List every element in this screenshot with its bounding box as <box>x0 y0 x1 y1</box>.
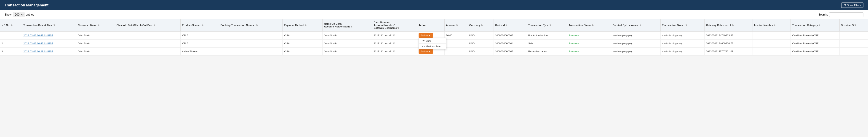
cell-product_service: VELA <box>181 31 219 39</box>
col-currency[interactable]: Currency <box>468 19 494 31</box>
cell-created_by: madmin.plugnpay <box>611 39 660 48</box>
cell-booking_number <box>219 48 283 56</box>
cell-created_by: madmin.plugnpay <box>611 48 660 56</box>
dropdown-item-mark-as-sale[interactable]: 🏷Mark as Sale <box>419 44 446 49</box>
caret-icon: ▼ <box>429 34 431 36</box>
cell-transaction_type: Re-Authorization <box>527 48 567 56</box>
caret-icon: ▼ <box>429 50 431 53</box>
col-payment-method[interactable]: Payment Method <box>283 19 322 31</box>
cell-transaction_date_time[interactable]: 2023-03-03 10:47 AM EST <box>22 31 76 39</box>
cell-transaction_status: Success <box>567 48 611 56</box>
col-order-id[interactable]: Order Id <box>494 19 527 31</box>
action-label: Action <box>421 50 428 53</box>
cell-gateway_ref: 20230303145707471 01 <box>705 48 753 56</box>
table-row: 12023-03-03 10:47 AM ESTJohn SmithVELAVI… <box>0 31 868 39</box>
cell-terminal_s <box>839 39 868 48</box>
eye-icon: 👁 <box>422 39 425 42</box>
cell-order_id: 1000000000004 <box>494 39 527 48</box>
cell-payment_method: VISA <box>283 31 322 39</box>
cell-transaction_status: Success <box>567 31 611 39</box>
cell-invoice_number <box>753 39 791 48</box>
table-header-row: S.No. Transaction Date & Time Customer N… <box>0 19 868 31</box>
cell-transaction_date_time[interactable]: 2023-03-03 10:29 AM EST <box>22 48 76 56</box>
col-transaction-category[interactable]: Transaction Category <box>791 19 839 31</box>
cell-card_number: 41111111xxxx1111 <box>372 39 417 48</box>
cell-transaction_type: Pre-Authorization <box>527 31 567 39</box>
cell-product_service: VELA <box>181 39 219 48</box>
toolbar: Show 200 10 25 50 100 entries Search: <box>0 10 868 19</box>
cell-invoice_number <box>753 48 791 56</box>
col-checkin-date[interactable]: Check-In Date/Check-Out Date <box>115 19 180 31</box>
cell-transaction_category: Card Not Present (CNP) <box>791 39 839 48</box>
cell-checkin_date <box>115 31 180 39</box>
col-action[interactable]: Action <box>417 19 444 31</box>
col-booking-number[interactable]: Booking/Transaction Number <box>219 19 283 31</box>
cell-transaction_type: Sale <box>527 39 567 48</box>
page-header: Transaction Management ⊞ Show Filters <box>0 0 868 10</box>
col-invoice-number[interactable]: Invoice Number <box>753 19 791 31</box>
cell-gateway_ref: 20230303154609626 75 <box>705 39 753 48</box>
entries-control: Show 200 10 25 50 100 entries <box>5 12 34 17</box>
cell-card_number: 41111111xxxx1111 <box>372 48 417 56</box>
cell-currency: USD <box>468 39 494 48</box>
col-created-by[interactable]: Created By Username <box>611 19 660 31</box>
cell-transaction_owner: madmin.plugnpay <box>661 31 705 39</box>
search-control: Search: <box>818 12 863 17</box>
cell-checkin_date <box>115 39 180 48</box>
col-terminal-s[interactable]: Terminal S <box>839 19 868 31</box>
cell-action: Action ▼👁View🏷Mark as Sale <box>417 31 444 39</box>
cell-checkin_date <box>115 48 180 56</box>
cell-transaction_status: Success <box>567 39 611 48</box>
cell-name_on_card: John Smith <box>322 31 372 39</box>
cell-terminal_s <box>839 48 868 56</box>
cell-name_on_card: John Smith <box>322 48 372 56</box>
cell-sno: 3 <box>0 48 22 56</box>
tag-icon: 🏷 <box>422 45 425 48</box>
col-transaction-date-time[interactable]: Transaction Date & Time <box>22 19 76 31</box>
cell-amount: 50.00 <box>444 31 468 39</box>
cell-product_service: Airline Tickets <box>181 48 219 56</box>
col-card-number[interactable]: Card Number/Account Number/Gateway Usern… <box>372 19 417 31</box>
col-sno[interactable]: S.No. <box>0 19 22 31</box>
show-label: Show <box>5 13 11 16</box>
action-label: Action <box>421 34 428 37</box>
cell-transaction_owner: madmin.plugnpay <box>661 39 705 48</box>
cell-amount <box>444 48 468 56</box>
entries-label: entries <box>26 13 34 16</box>
dropdown-item-view[interactable]: 👁View <box>419 38 446 44</box>
table-wrapper: S.No. Transaction Date & Time Customer N… <box>0 19 868 56</box>
cell-name_on_card: John Smith <box>322 39 372 48</box>
cell-payment_method: VISA <box>283 39 322 48</box>
col-customer-name[interactable]: Customer Name <box>76 19 115 31</box>
cell-currency: USD <box>468 31 494 39</box>
cell-customer_name: John Smith <box>76 39 115 48</box>
cell-created_by: madmin.plugnpay <box>611 31 660 39</box>
cell-gateway_ref: 20230303154740623 65 <box>705 31 753 39</box>
col-name-on-card[interactable]: Name On Card/Account Holder Name <box>322 19 372 31</box>
cell-transaction_owner: madmin.plugnpay <box>661 48 705 56</box>
cell-booking_number <box>219 39 283 48</box>
cell-order_id: 1000000000003 <box>494 48 527 56</box>
col-transaction-owner[interactable]: Transaction Owner <box>661 19 705 31</box>
action-dropdown-button[interactable]: Action ▼ <box>418 49 433 54</box>
action-dropdown-button[interactable]: Action ▼ <box>418 33 433 38</box>
cell-customer_name: John Smith <box>76 31 115 39</box>
cell-sno: 2 <box>0 39 22 48</box>
col-transaction-status[interactable]: Transaction Status <box>567 19 611 31</box>
col-amount[interactable]: Amount <box>444 19 468 31</box>
entries-select[interactable]: 200 10 25 50 100 <box>13 12 25 17</box>
cell-terminal_s <box>839 31 868 39</box>
search-input[interactable] <box>829 12 863 17</box>
cell-payment_method: VISA <box>283 48 322 56</box>
cell-invoice_number <box>753 31 791 39</box>
cell-transaction_category: Card Not Present (CNP) <box>791 48 839 56</box>
cell-card_number: 41111111xxxx1111 <box>372 31 417 39</box>
cell-booking_number <box>219 31 283 39</box>
show-filters-button[interactable]: ⊞ Show Filters <box>841 2 863 8</box>
col-gateway-ref[interactable]: Gateway Reference # <box>705 19 753 31</box>
col-transaction-type[interactable]: Transaction Type <box>527 19 567 31</box>
cell-currency: USD <box>468 48 494 56</box>
col-product-service[interactable]: Product/Service <box>181 19 219 31</box>
cell-transaction_date_time[interactable]: 2023-03-03 10:46 AM EST <box>22 39 76 48</box>
cell-customer_name: John Smith <box>76 48 115 56</box>
